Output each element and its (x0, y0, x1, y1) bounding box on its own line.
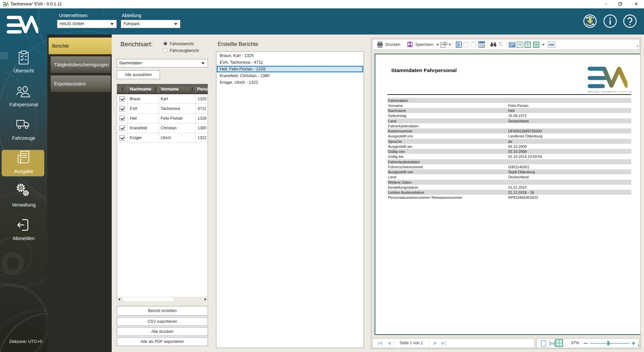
svg-text:?: ? (465, 43, 467, 47)
